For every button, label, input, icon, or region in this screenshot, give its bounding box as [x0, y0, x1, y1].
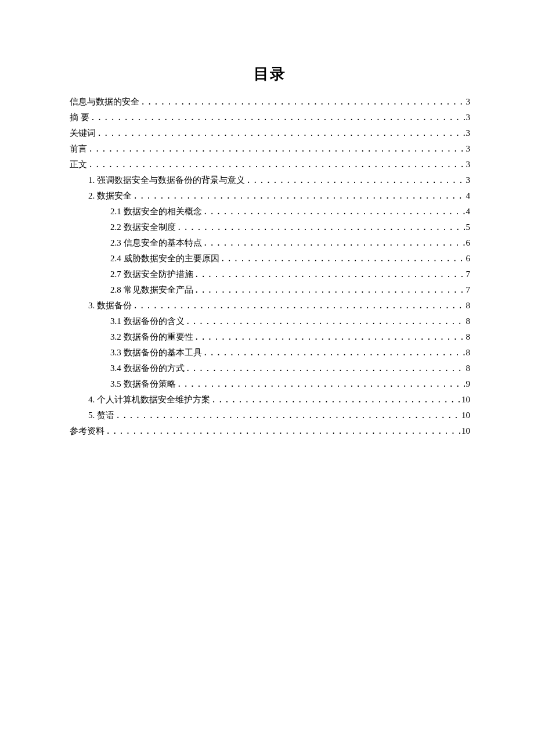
toc-entry: 4. 个人计算机数据安全维护方案 10: [70, 393, 470, 406]
toc-dots: [210, 393, 460, 406]
toc-entry-page: 6: [465, 251, 471, 265]
toc-entry-text: 3.2 数据备份的重要性: [110, 330, 193, 344]
toc-entry: 2. 数据安全 4: [70, 189, 470, 203]
toc-entry-page: 8: [465, 314, 471, 328]
toc-entry-text: 2.7 数据安全防护措施: [110, 267, 193, 281]
toc-entry: 2.3 信息安全的基本特点 6: [70, 236, 470, 250]
toc-entry-text: 5. 赘语: [88, 408, 114, 422]
toc-entry-page: 10: [460, 393, 470, 406]
toc-entry: 信息与数据的安全 3: [70, 95, 470, 109]
toc-dots: [193, 268, 465, 280]
toc-entry-text: 关键词: [70, 126, 96, 140]
toc-entry-text: 正文: [70, 157, 87, 171]
toc-title: 目录: [70, 64, 470, 84]
toc-entry-page: 7: [465, 267, 471, 281]
toc-entry: 3.1 数据备份的含义 8: [70, 314, 470, 328]
toc-entry-text: 摘 要: [70, 110, 89, 124]
toc-entry-page: 8: [465, 330, 471, 344]
toc-dots: [96, 127, 465, 139]
toc-entry-text: 4. 个人计算机数据安全维护方案: [88, 393, 210, 406]
toc-entry-page: 4: [465, 189, 471, 203]
toc-dots: [202, 236, 465, 249]
toc-entry-page: 8: [465, 361, 471, 375]
toc-entry-text: 前言: [70, 142, 87, 156]
toc-dots: [132, 189, 465, 202]
toc-entry-page: 6: [465, 236, 471, 250]
toc-entry-text: 2.2 数据安全制度: [110, 220, 176, 234]
toc-entry: 正文 3: [70, 157, 470, 171]
toc-entry-page: 3: [465, 110, 471, 124]
toc-dots: [176, 221, 465, 233]
toc-dots: [245, 174, 465, 186]
toc-dots: [87, 142, 465, 155]
toc-entry: 2.1 数据安全的相关概念 4: [70, 204, 470, 218]
toc-dots: [185, 315, 465, 327]
toc-entry-page: 5: [465, 220, 471, 234]
toc-entry-page: 7: [465, 283, 471, 297]
toc-entry-page: 8: [465, 298, 471, 312]
toc-entry: 3.3 数据备份的基本工具 8: [70, 345, 470, 359]
toc-entry-text: 3.5 数据备份策略: [110, 377, 176, 391]
toc-entry: 3. 数据备份 8: [70, 298, 470, 312]
toc-dots: [139, 95, 465, 108]
toc-entry-page: 3: [465, 142, 471, 156]
toc-dots: [193, 283, 465, 296]
toc-dots: [87, 158, 465, 171]
toc-entry: 2.4 威胁数据安全的主要原因 6: [70, 251, 470, 265]
toc-entry-page: 3: [465, 173, 471, 187]
toc-dots: [185, 362, 465, 375]
toc-entry: 3.2 数据备份的重要性 8: [70, 330, 470, 344]
toc-entry-page: 8: [465, 345, 471, 359]
toc-entry-text: 3.4 数据备份的方式: [110, 361, 185, 375]
toc-dots: [89, 111, 465, 124]
toc-entry-page: 10: [460, 408, 470, 422]
toc-entry: 2.8 常见数据安全产品 7: [70, 283, 470, 297]
toc-entry: 摘 要 3: [70, 110, 470, 124]
toc-entry-text: 2.3 信息安全的基本特点: [110, 236, 202, 250]
toc-entry-text: 3.3 数据备份的基本工具: [110, 345, 202, 359]
toc-dots: [219, 252, 465, 265]
toc-dots: [202, 346, 465, 359]
toc-entry-text: 3.1 数据备份的含义: [110, 314, 185, 328]
toc-entry-page: 10: [460, 424, 470, 438]
toc-entry: 1. 强调数据安全与数据备份的背景与意义 3: [70, 173, 470, 187]
toc-entry-page: 3: [465, 126, 471, 140]
toc-entry: 3.4 数据备份的方式 8: [70, 361, 470, 375]
toc-entry-text: 2. 数据安全: [88, 189, 132, 203]
toc-dots: [132, 299, 465, 312]
toc-dots: [114, 409, 460, 422]
toc-entry-page: 4: [465, 204, 471, 218]
toc-entry-text: 信息与数据的安全: [70, 95, 139, 109]
toc-entry: 2.7 数据安全防护措施 7: [70, 267, 470, 281]
toc-entry: 5. 赘语 10: [70, 408, 470, 422]
toc-entry-page: 3: [465, 95, 471, 109]
toc-entry: 2.2 数据安全制度 5: [70, 220, 470, 234]
toc-entry-text: 1. 强调数据安全与数据备份的背景与意义: [88, 173, 245, 187]
toc-entry-text: 2.8 常见数据安全产品: [110, 283, 193, 297]
toc-entry-text: 2.4 威胁数据安全的主要原因: [110, 251, 219, 265]
toc-dots: [202, 205, 465, 218]
toc-dots: [176, 377, 465, 390]
toc-entry: 前言 3: [70, 142, 470, 156]
toc-list: 信息与数据的安全 3 摘 要 3 关键词 3 前言 3 正文 3 1. 强调数据…: [70, 95, 470, 438]
toc-entry-text: 2.1 数据安全的相关概念: [110, 204, 202, 218]
toc-entry-text: 参考资料: [70, 424, 104, 438]
toc-dots: [104, 424, 460, 437]
toc-dots: [193, 330, 465, 343]
toc-entry: 关键词 3: [70, 126, 470, 140]
toc-entry-page: 9: [465, 377, 471, 391]
toc-entry: 参考资料 10: [70, 424, 470, 438]
toc-entry: 3.5 数据备份策略 9: [70, 377, 470, 391]
toc-entry-text: 3. 数据备份: [88, 298, 132, 312]
toc-entry-page: 3: [465, 157, 471, 171]
